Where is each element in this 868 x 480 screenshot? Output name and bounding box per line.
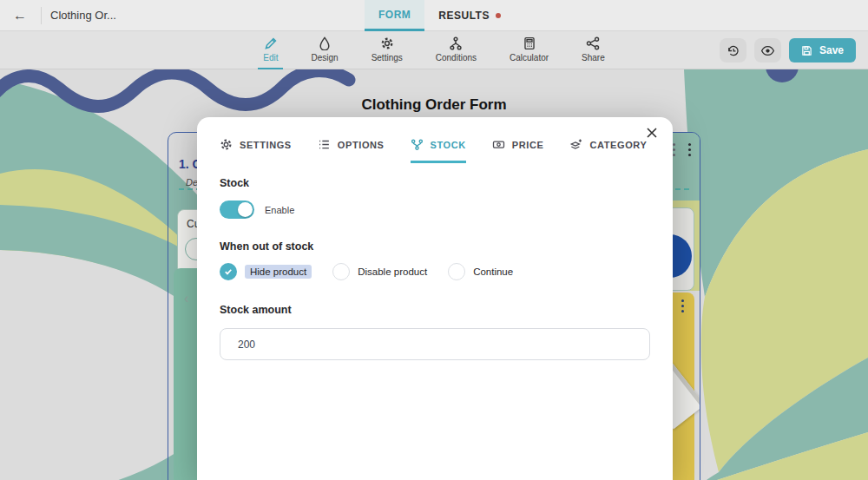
modal-tab-options[interactable]: OPTIONS [318, 138, 385, 163]
toolbar-item-share[interactable]: Share [576, 31, 610, 69]
stock-settings-modal: SETTINGS OPTIONS STOCK PRICE CATEGORY St… [197, 117, 673, 480]
tab-form[interactable]: FORM [365, 0, 424, 31]
list-icon [318, 138, 331, 151]
share-icon [586, 36, 600, 50]
radio-label: Continue [473, 266, 513, 277]
toolbar-label: Calculator [510, 53, 549, 62]
modal-tab-category[interactable]: CATEGORY [569, 138, 647, 163]
stock-label: Stock [220, 177, 650, 189]
close-icon[interactable] [645, 126, 661, 141]
modal-body: Stock Enable When out of stock Hide prod… [197, 163, 673, 360]
stock-enable-toggle[interactable] [220, 201, 254, 219]
toggle-label: Enable [265, 205, 294, 215]
toolbar-item-conditions[interactable]: Conditions [431, 31, 482, 69]
eye-icon [760, 43, 775, 58]
main-tabs: FORM RESULTS [365, 0, 515, 31]
toolbar-item-edit[interactable]: Edit [258, 31, 283, 69]
modal-tabs: SETTINGS OPTIONS STOCK PRICE CATEGORY [220, 138, 673, 163]
tab-form-label: FORM [378, 9, 411, 21]
history-button[interactable] [720, 38, 746, 62]
stock-amount-label: Stock amount [220, 304, 650, 316]
toolbar-item-settings[interactable]: Settings [366, 31, 408, 69]
modal-tab-label: CATEGORY [589, 140, 647, 150]
modal-tab-label: PRICE [512, 140, 544, 150]
back-arrow-icon[interactable]: ← [10, 7, 30, 24]
radio-unchecked-icon [332, 263, 350, 280]
modal-tab-stock[interactable]: STOCK [411, 138, 466, 163]
toolbar-label: Settings [372, 53, 403, 62]
modal-tab-label: STOCK [431, 140, 466, 150]
carousel-prev-icon[interactable]: ‹ [184, 291, 188, 306]
gear-icon [380, 36, 394, 50]
toolbar-label: Design [311, 53, 338, 62]
stock-amount-input[interactable] [220, 328, 650, 360]
save-button[interactable]: Save [789, 38, 856, 62]
radio-label: Disable product [358, 266, 427, 277]
floppy-icon [801, 45, 812, 56]
question-description: De [186, 177, 198, 187]
radio-continue[interactable]: Continue [448, 263, 513, 280]
pencil-icon [264, 36, 278, 50]
document-title: Clothing Or... [50, 0, 116, 31]
form-title[interactable]: Clothing Order Form [0, 96, 868, 114]
toolbar-label: Edit [263, 53, 278, 62]
modal-tab-label: SETTINGS [240, 140, 292, 150]
toolbar: Edit Design Settings Conditions Calculat… [0, 31, 868, 69]
top-bar: ← Clothing Or... FORM RESULTS [0, 0, 868, 31]
history-icon [726, 43, 740, 58]
tab-results-label: RESULTS [438, 10, 490, 22]
drag-handle-icon[interactable] [673, 143, 675, 156]
preview-button[interactable] [754, 38, 781, 62]
droplet-icon [318, 36, 332, 50]
radio-label: Hide product [245, 265, 312, 279]
gear-icon [220, 138, 233, 151]
save-button-label: Save [819, 44, 844, 56]
toolbar-label: Conditions [436, 53, 477, 62]
kebab-menu-icon[interactable] [681, 299, 684, 312]
toolbar-right-controls: Save [720, 38, 856, 62]
modal-tab-settings[interactable]: SETTINGS [220, 138, 292, 163]
toolbar-label: Share [582, 53, 605, 62]
calculator-icon [523, 36, 536, 50]
toolbar-item-design[interactable]: Design [306, 31, 343, 69]
radio-hide-product[interactable]: Hide product [220, 263, 312, 280]
layers-plus-icon [569, 138, 582, 151]
modal-tab-price[interactable]: PRICE [492, 138, 544, 163]
form-canvas: Clothing Order Form 1. Cl De Cur ‹ [0, 69, 868, 480]
results-notification-dot [496, 13, 501, 18]
toolbar-item-calculator[interactable]: Calculator [504, 31, 554, 69]
topbar-divider [41, 7, 42, 24]
tab-results[interactable]: RESULTS [424, 0, 515, 31]
radio-unchecked-icon [448, 263, 465, 280]
radio-checked-icon [220, 263, 237, 280]
kebab-menu-icon[interactable] [688, 143, 691, 156]
modal-tab-label: OPTIONS [338, 140, 385, 150]
branch-icon [449, 36, 463, 50]
banknote-icon [492, 138, 505, 151]
out-of-stock-label: When out of stock [220, 240, 650, 253]
stock-icon [411, 138, 424, 151]
radio-disable-product[interactable]: Disable product [332, 263, 427, 280]
